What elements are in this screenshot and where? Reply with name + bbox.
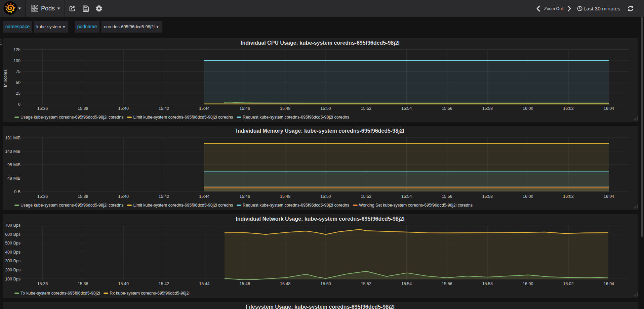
- svg-text:15:40: 15:40: [118, 281, 129, 286]
- svg-text:15:42: 15:42: [159, 106, 169, 111]
- svg-text:48 MiB: 48 MiB: [7, 176, 21, 181]
- svg-text:143 MiB: 143 MiB: [5, 149, 21, 154]
- svg-text:15:50: 15:50: [320, 281, 331, 286]
- svg-text:15:50: 15:50: [320, 194, 331, 199]
- svg-text:15:58: 15:58: [482, 281, 493, 286]
- svg-text:Last 30 minutes: Last 30 minutes: [583, 6, 620, 11]
- svg-text:125: 125: [13, 47, 21, 52]
- svg-text:15:50: 15:50: [320, 106, 331, 111]
- svg-text:15:44: 15:44: [199, 194, 209, 199]
- svg-text:16:04: 16:04: [604, 106, 614, 111]
- svg-text:0 B: 0 B: [14, 189, 21, 194]
- svg-text:15:52: 15:52: [361, 106, 371, 111]
- svg-text:Millicores: Millicores: [3, 70, 8, 87]
- svg-text:15:48: 15:48: [280, 194, 290, 199]
- svg-text:15:48: 15:48: [280, 281, 290, 286]
- svg-text:15:48: 15:48: [280, 106, 290, 111]
- svg-text:16:04: 16:04: [604, 281, 614, 286]
- svg-text:16:00: 16:00: [523, 106, 533, 111]
- svg-text:15:56: 15:56: [442, 281, 452, 286]
- svg-text:16:00: 16:00: [523, 281, 533, 286]
- svg-text:15:56: 15:56: [442, 194, 452, 199]
- svg-text:500 Bps: 500 Bps: [5, 241, 21, 246]
- svg-text:15:42: 15:42: [159, 281, 169, 286]
- svg-text:15:36: 15:36: [37, 106, 48, 111]
- svg-text:Zoom Out: Zoom Out: [544, 6, 563, 11]
- svg-text:15:46: 15:46: [240, 281, 250, 286]
- svg-text:16:04: 16:04: [604, 194, 614, 199]
- svg-text:16:02: 16:02: [563, 281, 573, 286]
- svg-text:25: 25: [16, 91, 21, 96]
- svg-text:95 MiB: 95 MiB: [7, 163, 21, 167]
- svg-text:15:54: 15:54: [401, 281, 412, 286]
- svg-text:15:38: 15:38: [78, 281, 88, 286]
- svg-text:191 MiB: 191 MiB: [5, 136, 21, 140]
- svg-text:700 Bps: 700 Bps: [5, 223, 21, 228]
- svg-text:15:40: 15:40: [118, 194, 129, 199]
- svg-text:15:38: 15:38: [78, 194, 88, 199]
- svg-text:600 Bps: 600 Bps: [5, 232, 21, 237]
- svg-text:400 Bps: 400 Bps: [5, 250, 21, 255]
- svg-text:16:02: 16:02: [563, 194, 573, 199]
- svg-text:15:52: 15:52: [361, 281, 371, 286]
- svg-text:15:38: 15:38: [78, 106, 88, 111]
- svg-text:15:58: 15:58: [482, 106, 493, 111]
- svg-text:Pods: Pods: [41, 5, 55, 12]
- svg-text:16:00: 16:00: [523, 194, 533, 199]
- svg-text:75: 75: [16, 69, 21, 74]
- svg-text:15:44: 15:44: [199, 106, 209, 111]
- svg-text:15:46: 15:46: [240, 106, 250, 111]
- svg-text:15:52: 15:52: [361, 194, 371, 199]
- svg-text:15:36: 15:36: [37, 194, 48, 199]
- svg-text:300 Bps: 300 Bps: [5, 259, 21, 263]
- svg-text:15:56: 15:56: [442, 106, 452, 111]
- svg-text:0: 0: [18, 102, 21, 107]
- svg-text:15:40: 15:40: [118, 106, 129, 111]
- svg-text:100 Bps: 100 Bps: [5, 277, 21, 281]
- svg-text:15:36: 15:36: [37, 281, 48, 286]
- svg-text:15:58: 15:58: [482, 194, 493, 199]
- svg-text:100: 100: [13, 58, 21, 63]
- svg-text:200 Bps: 200 Bps: [5, 268, 21, 272]
- svg-text:15:42: 15:42: [159, 194, 169, 199]
- svg-text:16:02: 16:02: [563, 106, 573, 111]
- svg-text:15:46: 15:46: [240, 194, 250, 199]
- svg-text:15:54: 15:54: [401, 106, 412, 111]
- svg-text:15:54: 15:54: [401, 194, 412, 199]
- svg-text:15:44: 15:44: [199, 281, 209, 286]
- svg-text:50: 50: [16, 80, 21, 85]
